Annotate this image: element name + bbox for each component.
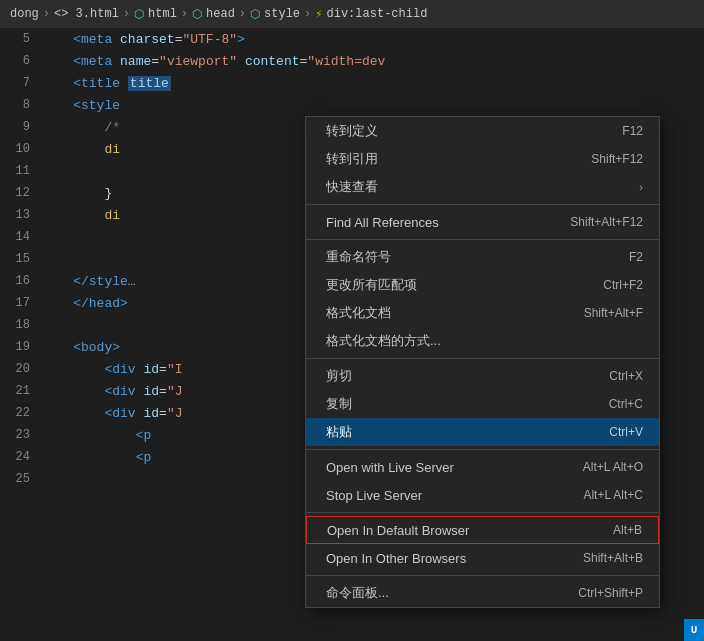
menu-label-command-palette: 命令面板... [326,584,389,602]
line-6: 6 <meta name="viewport" content="width=d… [0,50,310,72]
line-14: 14 [0,226,310,248]
menu-label-paste: 粘贴 [326,423,352,441]
menu-item-find-refs[interactable]: Find All References Shift+Alt+F12 [306,208,659,236]
line-11: 11 [0,160,310,182]
breadcrumb-sep-3: › [181,7,188,21]
shortcut-change-all: Ctrl+F2 [603,278,643,292]
line-23: 23 <p [0,424,310,446]
menu-label-format-sel: 格式化文档的方式... [326,332,441,350]
menu-item-stop-live-server[interactable]: Stop Live Server Alt+L Alt+C [306,481,659,509]
menu-label-cut: 剪切 [326,367,352,385]
menu-label-stop-live-server: Stop Live Server [326,488,422,503]
line-18: 18 [0,314,310,336]
shortcut-open-default-browser: Alt+B [613,523,642,537]
line-24: 24 <p [0,446,310,468]
breadcrumb-item-head[interactable]: head [206,7,235,21]
line-25: 25 [0,468,310,490]
breadcrumb-item-file[interactable]: <> 3.html [54,7,119,21]
line-7: 7 <title title [0,72,310,94]
menu-item-quick-view[interactable]: 快速查看 › [306,173,659,201]
line-10: 10 di [0,138,310,160]
breadcrumb-item-style[interactable]: style [264,7,300,21]
menu-label-open-default-browser: Open In Default Browser [327,523,469,538]
separator-1 [306,204,659,205]
menu-label-change-all: 更改所有匹配项 [326,276,417,294]
menu-item-goto-ref[interactable]: 转到引用 Shift+F12 [306,145,659,173]
menu-label-open-other-browsers: Open In Other Browsers [326,551,466,566]
bottom-status-badge: U [684,619,704,641]
breadcrumb-sep-2: › [123,7,130,21]
line-21: 21 <div id="J [0,380,310,402]
shortcut-open-live-server: Alt+L Alt+O [583,460,643,474]
bottom-status-label: U [691,624,698,636]
breadcrumb-item-html[interactable]: html [148,7,177,21]
menu-label-find-refs: Find All References [326,215,439,230]
shortcut-goto-ref: Shift+F12 [591,152,643,166]
shortcut-stop-live-server: Alt+L Alt+C [583,488,643,502]
separator-4 [306,449,659,450]
menu-label-open-live-server: Open with Live Server [326,460,454,475]
menu-label-rename: 重命名符号 [326,248,391,266]
shortcut-open-other-browsers: Shift+Alt+B [583,551,643,565]
line-16: 16 </style… [0,270,310,292]
shortcut-format-doc: Shift+Alt+F [584,306,643,320]
menu-item-rename[interactable]: 重命名符号 F2 [306,243,659,271]
code-lines: 5 <meta charset="UTF-8"> 6 <meta name="v… [0,28,310,490]
menu-item-open-other-browsers[interactable]: Open In Other Browsers Shift+Alt+B [306,544,659,572]
breadcrumb-sep-5: › [304,7,311,21]
menu-item-open-live-server[interactable]: Open with Live Server Alt+L Alt+O [306,453,659,481]
line-5: 5 <meta charset="UTF-8"> [0,28,310,50]
line-9: 9 /* [0,116,310,138]
menu-item-format-doc[interactable]: 格式化文档 Shift+Alt+F [306,299,659,327]
shortcut-paste: Ctrl+V [609,425,643,439]
menu-label-quick-view: 快速查看 [326,178,378,196]
breadcrumb-sep-4: › [239,7,246,21]
menu-item-open-default-browser[interactable]: Open In Default Browser Alt+B [306,516,659,544]
breadcrumb-item-dong[interactable]: dong [10,7,39,21]
separator-6 [306,575,659,576]
menu-item-cut[interactable]: 剪切 Ctrl+X [306,362,659,390]
separator-5 [306,512,659,513]
breadcrumb-icon-div: ⚡ [315,7,322,22]
shortcut-goto-def: F12 [622,124,643,138]
line-15: 15 [0,248,310,270]
breadcrumb-sep-1: › [43,7,50,21]
line-20: 20 <div id="I [0,358,310,380]
breadcrumb: dong › <> 3.html › ⬡ html › ⬡ head › ⬡ s… [0,0,704,28]
line-13: 13 di [0,204,310,226]
menu-item-format-sel[interactable]: 格式化文档的方式... [306,327,659,355]
shortcut-find-refs: Shift+Alt+F12 [570,215,643,229]
menu-item-copy[interactable]: 复制 Ctrl+C [306,390,659,418]
shortcut-cut: Ctrl+X [609,369,643,383]
menu-item-goto-def[interactable]: 转到定义 F12 [306,117,659,145]
arrow-icon-quick-view: › [639,181,643,193]
line-12: 12 } [0,182,310,204]
line-17: 17 </head> [0,292,310,314]
separator-2 [306,239,659,240]
line-22: 22 <div id="J [0,402,310,424]
breadcrumb-icon-style: ⬡ [250,7,260,22]
menu-label-goto-def: 转到定义 [326,122,378,140]
menu-label-format-doc: 格式化文档 [326,304,391,322]
shortcut-rename: F2 [629,250,643,264]
context-menu: 转到定义 F12 转到引用 Shift+F12 快速查看 › Find All … [305,116,660,608]
menu-item-command-palette[interactable]: 命令面板... Ctrl+Shift+P [306,579,659,607]
shortcut-command-palette: Ctrl+Shift+P [578,586,643,600]
menu-item-change-all[interactable]: 更改所有匹配项 Ctrl+F2 [306,271,659,299]
shortcut-copy: Ctrl+C [609,397,643,411]
menu-label-goto-ref: 转到引用 [326,150,378,168]
separator-3 [306,358,659,359]
breadcrumb-item-div-last-child[interactable]: div:last-child [327,7,428,21]
editor-area: 5 <meta charset="UTF-8"> 6 <meta name="v… [0,28,704,641]
breadcrumb-icon-head: ⬡ [192,7,202,22]
line-19: 19 <body> [0,336,310,358]
menu-label-copy: 复制 [326,395,352,413]
line-8: 8 <style [0,94,310,116]
breadcrumb-icon-html: ⬡ [134,7,144,22]
menu-item-paste[interactable]: 粘贴 Ctrl+V [306,418,659,446]
